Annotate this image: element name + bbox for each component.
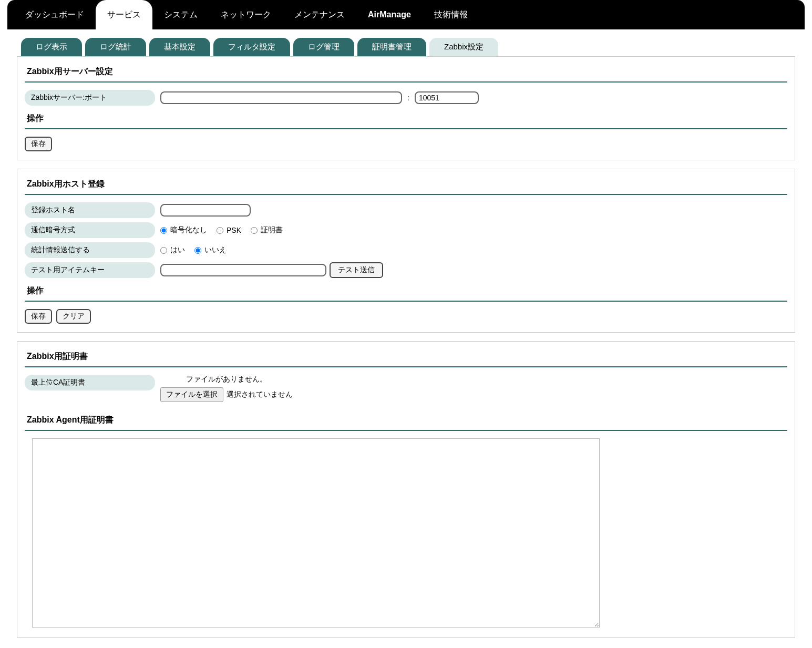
section-title-host: Zabbix用ホスト登録 <box>25 176 787 195</box>
radio-enc-none[interactable] <box>160 227 167 234</box>
section-title-host-ops: 操作 <box>25 282 787 302</box>
hostname-input[interactable] <box>160 204 251 217</box>
radio-label-enc-psk: PSK <box>227 226 241 234</box>
choose-file-button[interactable]: ファイルを選択 <box>160 387 223 402</box>
subtab-log-display[interactable]: ログ表示 <box>21 38 82 56</box>
radio-stats-no[interactable] <box>194 247 201 254</box>
agent-cert-textarea[interactable] <box>32 438 600 628</box>
subtab-log-management[interactable]: ログ管理 <box>293 38 354 56</box>
panel-zabbix-server: Zabbix用サーバー設定 Zabbixサーバー:ポート : 操作 保存 <box>17 56 795 160</box>
section-title-cert: Zabbix用証明書 <box>25 348 787 367</box>
save-button-host[interactable]: 保存 <box>25 309 52 324</box>
radio-enc-cert[interactable] <box>251 227 258 234</box>
test-send-button[interactable]: テスト送信 <box>330 262 383 278</box>
subtab-cert-management[interactable]: 証明書管理 <box>357 38 426 56</box>
sub-nav: ログ表示 ログ統計 基本設定 フィルタ設定 ログ管理 証明書管理 Zabbix設… <box>0 29 812 56</box>
no-file-text: ファイルがありません。 <box>186 375 267 384</box>
tab-dashboard[interactable]: ダッシュボード <box>14 0 96 29</box>
file-not-selected-text: 選択されていません <box>227 390 293 399</box>
subtab-basic-settings[interactable]: 基本設定 <box>149 38 210 56</box>
save-button-server[interactable]: 保存 <box>25 137 52 151</box>
label-send-stats: 統計情報送信する <box>25 242 155 258</box>
tab-system[interactable]: システム <box>152 0 209 29</box>
subtab-log-stats[interactable]: ログ統計 <box>85 38 146 56</box>
tab-maintenance[interactable]: メンテナンス <box>283 0 356 29</box>
radio-enc-psk[interactable] <box>217 227 223 234</box>
subtab-filter-settings[interactable]: フィルタ設定 <box>213 38 290 56</box>
server-port-colon: : <box>405 94 412 102</box>
section-title-agent-cert: Zabbix Agent用証明書 <box>25 412 787 431</box>
zabbix-server-input[interactable] <box>160 91 402 104</box>
label-encryption: 通信暗号方式 <box>25 222 155 238</box>
radio-label-stats-yes: はい <box>170 245 185 255</box>
tab-airmanage[interactable]: AirManage <box>356 0 423 29</box>
radio-label-stats-no: いいえ <box>204 245 227 255</box>
clear-button-host[interactable]: クリア <box>56 309 91 324</box>
section-title-server: Zabbix用サーバー設定 <box>25 63 787 83</box>
top-nav: ダッシュボード サービス システム ネットワーク メンテナンス AirManag… <box>7 0 805 29</box>
radio-label-enc-none: 暗号化なし <box>170 225 207 235</box>
panel-zabbix-host: Zabbix用ホスト登録 登録ホスト名 通信暗号方式 暗号化なし PSK 証明書… <box>17 169 795 333</box>
tab-techinfo[interactable]: 技術情報 <box>423 0 479 29</box>
tab-service[interactable]: サービス <box>96 0 152 29</box>
radio-label-enc-cert: 証明書 <box>261 225 283 235</box>
label-server-port: Zabbixサーバー:ポート <box>25 90 155 106</box>
subtab-zabbix-settings[interactable]: Zabbix設定 <box>429 38 498 56</box>
section-title-server-ops: 操作 <box>25 110 787 129</box>
item-key-input[interactable] <box>160 264 326 276</box>
label-ca-cert: 最上位CA証明書 <box>25 375 155 390</box>
radio-stats-yes[interactable] <box>160 247 167 254</box>
panel-zabbix-cert: Zabbix用証明書 最上位CA証明書 ファイルがありません。 ファイルを選択 … <box>17 341 795 638</box>
label-item-key: テスト用アイテムキー <box>25 262 155 278</box>
zabbix-port-input[interactable] <box>415 91 479 104</box>
tab-network[interactable]: ネットワーク <box>209 0 283 29</box>
label-hostname: 登録ホスト名 <box>25 202 155 218</box>
